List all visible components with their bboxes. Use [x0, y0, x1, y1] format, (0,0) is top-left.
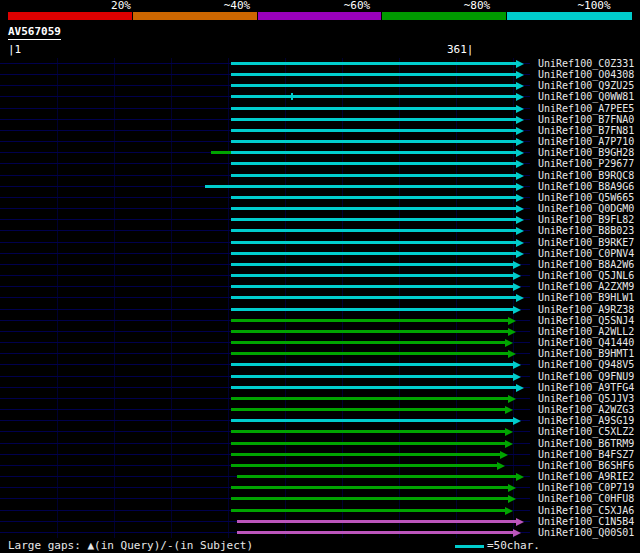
hit-label[interactable]: UniRef100_Q41440	[538, 337, 634, 348]
alignment-row: UniRef100_Q5W665	[0, 192, 640, 203]
hit-bar[interactable]	[231, 118, 516, 121]
hit-label[interactable]: UniRef100_A9TFG4	[538, 382, 634, 393]
hit-label[interactable]: UniRef100_A2WZG3	[538, 404, 634, 415]
hit-bar[interactable]	[231, 174, 516, 177]
hit-label[interactable]: UniRef100_B9FL82	[538, 214, 634, 225]
hit-label[interactable]: UniRef100_C5XJA6	[538, 505, 634, 516]
hit-label[interactable]: UniRef100_Q948V5	[538, 359, 634, 370]
hit-bar[interactable]	[211, 151, 231, 154]
hit-label[interactable]: UniRef100_B9HLW1	[538, 292, 634, 303]
hit-bar[interactable]	[231, 509, 505, 512]
alignment-row: UniRef100_A2WZG3	[0, 404, 640, 415]
hit-bar[interactable]	[231, 330, 508, 333]
hit-arrowhead	[513, 529, 521, 537]
hit-label[interactable]: UniRef100_C0PNV4	[538, 248, 634, 259]
hit-label[interactable]: UniRef100_C5XLZ2	[538, 426, 634, 437]
hit-bar[interactable]	[237, 520, 516, 523]
hit-bar[interactable]	[231, 263, 513, 266]
hit-bar[interactable]	[231, 252, 516, 255]
hit-label[interactable]: UniRef100_A2ZXM9	[538, 281, 634, 292]
hit-arrowhead	[513, 373, 521, 381]
hit-bar[interactable]	[231, 408, 505, 411]
hit-label[interactable]: UniRef100_B9GH28	[538, 147, 634, 158]
hit-label[interactable]: UniRef100_B9HMT1	[538, 348, 634, 359]
alignment-row: UniRef100_Q948V5	[0, 359, 640, 370]
hit-label[interactable]: UniRef100_C1N5B4	[538, 516, 634, 527]
hit-label[interactable]: UniRef100_Q5W665	[538, 192, 634, 203]
hit-label[interactable]: UniRef100_A9RZ38	[538, 304, 634, 315]
hit-bar[interactable]	[231, 95, 516, 98]
hit-arrowhead	[513, 283, 521, 291]
hit-bar[interactable]	[231, 151, 516, 154]
hit-bar[interactable]	[231, 84, 516, 87]
hit-bar[interactable]	[231, 229, 516, 232]
hit-label[interactable]: UniRef100_Q5JJV3	[538, 393, 634, 404]
hit-bar[interactable]	[231, 196, 516, 199]
hit-bar[interactable]	[231, 341, 505, 344]
hit-bar[interactable]	[231, 319, 508, 322]
hit-label[interactable]: UniRef100_C0P719	[538, 482, 634, 493]
hit-bar[interactable]	[231, 107, 516, 110]
hit-label[interactable]: UniRef100_B7FN81	[538, 125, 634, 136]
hit-label[interactable]: UniRef100_Q0DGM0	[538, 203, 634, 214]
hit-label[interactable]: UniRef100_Q5SNJ4	[538, 315, 634, 326]
hit-bar[interactable]	[231, 442, 505, 445]
hit-label[interactable]: UniRef100_C0HFU8	[538, 493, 634, 504]
hit-label[interactable]: UniRef100_B9RQC8	[538, 170, 634, 181]
hit-arrowhead	[516, 172, 524, 180]
hit-arrowhead	[508, 328, 516, 336]
hit-bar[interactable]	[231, 62, 516, 65]
hit-label[interactable]: UniRef100_Q00S01	[538, 527, 634, 538]
hit-label[interactable]: UniRef100_A9RIE2	[538, 471, 634, 482]
hit-label[interactable]: UniRef100_P29677	[538, 158, 634, 169]
hit-bar[interactable]	[231, 274, 513, 277]
hit-bar[interactable]	[205, 185, 516, 188]
hit-label[interactable]: UniRef100_A2WLL2	[538, 326, 634, 337]
hit-label[interactable]: UniRef100_O04308	[538, 69, 634, 80]
hit-label[interactable]: UniRef100_B6SHF6	[538, 460, 634, 471]
hit-label[interactable]: UniRef100_B8B023	[538, 225, 634, 236]
hit-arrowhead	[516, 227, 524, 235]
hit-label[interactable]: UniRef100_A7P710	[538, 136, 634, 147]
hit-label[interactable]: UniRef100_Q9ZU25	[538, 80, 634, 91]
hit-bar[interactable]	[231, 140, 516, 143]
hit-bar[interactable]	[231, 352, 508, 355]
hit-bar[interactable]	[231, 308, 513, 311]
hit-label[interactable]: UniRef100_A7PEE5	[538, 103, 634, 114]
hit-bar[interactable]	[231, 285, 513, 288]
hit-label[interactable]: UniRef100_C0Z331	[538, 58, 634, 69]
hit-bar[interactable]	[231, 129, 516, 132]
hit-label[interactable]: UniRef100_Q5JNL6	[538, 270, 634, 281]
hit-bar[interactable]	[237, 475, 516, 478]
hit-bar[interactable]	[231, 207, 516, 210]
hit-label[interactable]: UniRef100_B6TRM9	[538, 438, 634, 449]
alignment-row: UniRef100_Q0DGM0	[0, 203, 640, 214]
hit-label[interactable]: UniRef100_Q9FNU9	[538, 371, 634, 382]
alignment-row: UniRef100_Q5JNL6	[0, 270, 640, 281]
hit-bar[interactable]	[231, 386, 516, 389]
hit-label[interactable]: UniRef100_B7FNA0	[538, 114, 634, 125]
hit-bar[interactable]	[231, 296, 516, 299]
hit-bar[interactable]	[231, 397, 508, 400]
hit-label[interactable]: UniRef100_B8A2W6	[538, 259, 634, 270]
hit-arrowhead	[516, 116, 524, 124]
alignment-row: UniRef100_C0PNV4	[0, 248, 640, 259]
hit-bar[interactable]	[231, 73, 516, 76]
hit-bar[interactable]	[231, 497, 508, 500]
hit-label[interactable]: UniRef100_B9RKE7	[538, 237, 634, 248]
hit-label[interactable]: UniRef100_B8A9G6	[538, 181, 634, 192]
hit-label[interactable]: UniRef100_A9SG19	[538, 415, 634, 426]
hit-bar[interactable]	[231, 464, 497, 467]
hit-label[interactable]: UniRef100_B4FSZ7	[538, 449, 634, 460]
hit-bar[interactable]	[231, 241, 516, 244]
hit-bar[interactable]	[237, 531, 513, 534]
hit-bar[interactable]	[231, 486, 508, 489]
hit-bar[interactable]	[231, 419, 513, 422]
hit-bar[interactable]	[231, 218, 516, 221]
hit-bar[interactable]	[231, 375, 513, 378]
hit-bar[interactable]	[231, 430, 505, 433]
hit-bar[interactable]	[231, 162, 516, 165]
hit-bar[interactable]	[231, 453, 500, 456]
hit-bar[interactable]	[231, 363, 513, 366]
hit-label[interactable]: UniRef100_Q0WW81	[538, 91, 634, 102]
